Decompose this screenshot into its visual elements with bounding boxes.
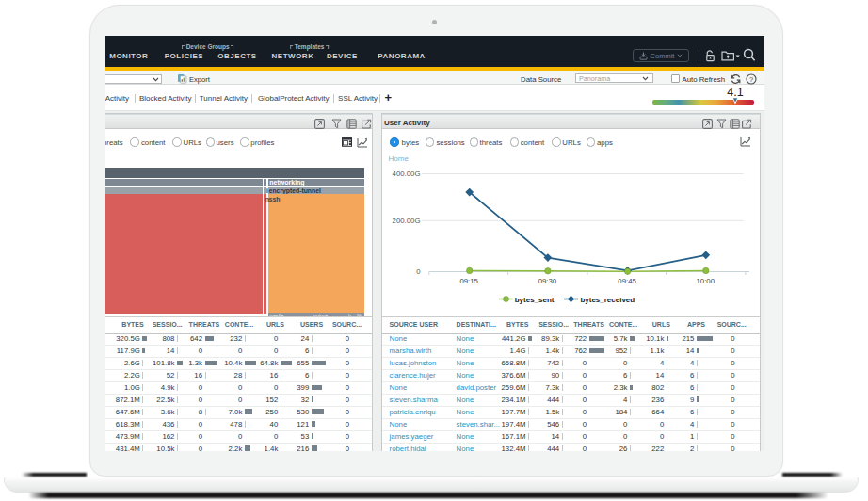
svg-text:?: ? [749, 74, 753, 83]
